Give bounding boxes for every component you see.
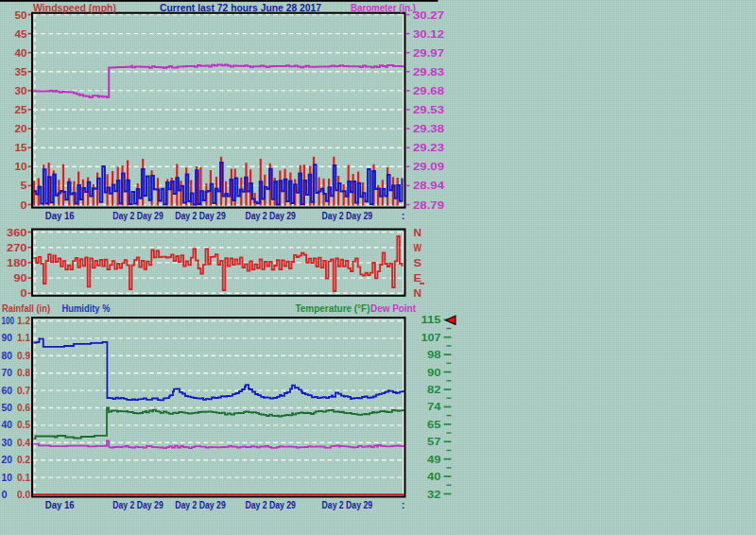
svg-text:30.27: 30.27 [413, 9, 444, 21]
svg-text:Day 16: Day 16 [45, 499, 75, 510]
svg-text:90: 90 [427, 367, 441, 378]
svg-text:E: E [414, 272, 422, 284]
svg-text:0: 0 [21, 287, 27, 299]
svg-text:0: 0 [2, 489, 8, 500]
svg-text:1.2: 1.2 [17, 315, 30, 326]
svg-text:0.7: 0.7 [17, 385, 30, 396]
svg-text:Temperature (°F): Temperature (°F) [296, 302, 370, 314]
svg-text:29.09: 29.09 [413, 161, 444, 172]
svg-text:100: 100 [2, 315, 15, 326]
svg-text:20: 20 [2, 454, 13, 465]
svg-text:Barometer (in.): Barometer (in.) [351, 2, 416, 13]
svg-text:0.1: 0.1 [17, 472, 30, 483]
svg-text:N: N [414, 287, 422, 299]
svg-text:45: 45 [15, 28, 27, 40]
svg-text:30: 30 [2, 437, 13, 448]
svg-text:1.1: 1.1 [17, 332, 30, 343]
svg-text:98: 98 [427, 349, 441, 360]
svg-text:0.2: 0.2 [17, 454, 30, 465]
svg-text:Humidity %: Humidity % [62, 302, 111, 314]
svg-text:115: 115 [421, 314, 441, 325]
svg-text:29.68: 29.68 [413, 85, 444, 96]
svg-text:15: 15 [15, 142, 27, 153]
svg-text:Day 2 Day 29: Day 2 Day 29 [245, 499, 296, 510]
svg-text:28.79: 28.79 [413, 199, 444, 211]
svg-text:70: 70 [2, 367, 13, 378]
svg-text:N: N [414, 227, 422, 238]
svg-text:0.6: 0.6 [17, 402, 30, 413]
svg-text:107: 107 [421, 332, 441, 343]
svg-text:40: 40 [427, 471, 441, 482]
svg-text:270: 270 [7, 242, 27, 253]
svg-text:20: 20 [15, 123, 27, 134]
svg-text:10: 10 [2, 472, 13, 483]
svg-text:57: 57 [427, 436, 441, 447]
svg-text:50: 50 [2, 402, 13, 413]
svg-text:10: 10 [15, 161, 27, 172]
svg-text:Day 2 Day 29: Day 2 Day 29 [245, 210, 296, 221]
svg-text:60: 60 [2, 385, 13, 396]
svg-text:Day 2 Day 29: Day 2 Day 29 [112, 499, 163, 510]
svg-text:Day 16: Day 16 [45, 210, 75, 221]
svg-text:Day 2 Day 29: Day 2 Day 29 [175, 499, 226, 510]
svg-text:25: 25 [15, 104, 27, 115]
svg-text:0.8: 0.8 [17, 367, 30, 378]
svg-text:29.23: 29.23 [413, 142, 444, 153]
svg-text:30: 30 [15, 85, 27, 96]
svg-text:28.94: 28.94 [413, 180, 445, 191]
svg-text:90: 90 [2, 332, 13, 343]
svg-text:30.12: 30.12 [413, 28, 444, 40]
svg-text:49: 49 [427, 454, 441, 465]
svg-text:35: 35 [15, 66, 27, 78]
svg-text:Day 2 Day 29: Day 2 Day 29 [112, 210, 163, 221]
svg-text:0.0: 0.0 [17, 489, 30, 500]
svg-text:80: 80 [2, 350, 13, 361]
svg-text:180: 180 [7, 257, 27, 268]
svg-text:Current last 72 hours June 28: Current last 72 hours June 28 2017 [160, 2, 321, 13]
svg-text:0.9: 0.9 [17, 350, 30, 361]
svg-text:5: 5 [21, 180, 27, 191]
svg-text:Day 2 Day 29: Day 2 Day 29 [175, 210, 226, 221]
svg-text::: : [402, 210, 405, 221]
svg-text:29.97: 29.97 [413, 47, 444, 59]
svg-text:82: 82 [427, 384, 441, 395]
svg-text:50: 50 [15, 9, 27, 21]
svg-text::: : [402, 499, 405, 510]
svg-text:29.38: 29.38 [413, 123, 444, 134]
svg-text:W: W [414, 242, 422, 253]
svg-text:90: 90 [14, 272, 27, 284]
svg-text:29.83: 29.83 [413, 66, 444, 78]
svg-text:Dew Point: Dew Point [370, 302, 416, 314]
svg-text:360: 360 [7, 227, 27, 238]
svg-text:0: 0 [21, 199, 27, 211]
svg-text:40: 40 [2, 419, 13, 430]
svg-text:65: 65 [427, 419, 441, 430]
svg-text:0.4: 0.4 [17, 437, 31, 448]
svg-text:40: 40 [15, 47, 27, 59]
svg-text:Day 2 Day 29: Day 2 Day 29 [322, 210, 373, 221]
svg-text:74: 74 [427, 401, 442, 412]
svg-text:Day 2 Day 29: Day 2 Day 29 [322, 499, 373, 510]
svg-text:Windspeed (mph): Windspeed (mph) [33, 2, 116, 13]
svg-text:32: 32 [427, 489, 441, 500]
svg-text:29.53: 29.53 [413, 104, 444, 115]
svg-text:Rainfall (in): Rainfall (in) [2, 302, 50, 314]
svg-text:S: S [414, 257, 422, 268]
svg-text:0.5: 0.5 [17, 419, 30, 430]
